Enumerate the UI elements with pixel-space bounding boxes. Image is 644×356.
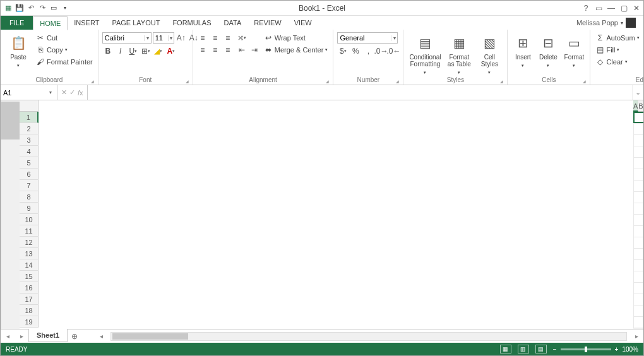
page-break-view-icon[interactable]: ▤ [535, 345, 547, 353]
zoom-out-icon[interactable]: − [553, 346, 557, 353]
row-header[interactable]: 15 [20, 271, 39, 282]
delete-cells-button[interactable]: ⊟Delete▾ [537, 32, 559, 69]
vertical-scrollbar[interactable] [1, 100, 20, 329]
font-color-button[interactable]: A▾ [165, 45, 177, 57]
new-sheet-button[interactable]: ⊕ [68, 329, 81, 343]
cells-area[interactable] [633, 112, 643, 329]
align-bottom-icon[interactable]: ≡ [222, 32, 234, 44]
number-format-input[interactable] [338, 33, 390, 43]
signed-in-user[interactable]: Melissa Popp ▾ [576, 18, 636, 28]
row-header[interactable]: 17 [20, 294, 39, 305]
cut-button[interactable]: ✂Cut [35, 32, 94, 44]
wrap-text-button[interactable]: ↩Wrap Text [263, 32, 330, 44]
increase-indent-icon[interactable]: ⇥ [249, 44, 260, 56]
tab-insert[interactable]: INSERT [68, 16, 105, 30]
orientation-icon[interactable]: ⤭▾ [236, 32, 247, 44]
tab-view[interactable]: VIEW [288, 16, 318, 30]
column-header[interactable]: A [633, 100, 638, 112]
align-middle-icon[interactable]: ≡ [210, 32, 221, 44]
save-icon[interactable]: 💾 [15, 3, 25, 13]
percent-format-icon[interactable]: % [350, 45, 361, 57]
sheet-tab[interactable]: Sheet1 [28, 329, 68, 342]
active-cell[interactable] [633, 112, 643, 123]
hscroll-right[interactable]: ▸ [629, 329, 643, 343]
redo-icon[interactable]: ↷ [37, 3, 47, 13]
increase-decimal-icon[interactable]: .0→ [375, 45, 386, 57]
font-size-combo[interactable]: ▾ [153, 32, 174, 44]
cell-styles-button[interactable]: ▧Cell Styles▾ [475, 32, 503, 76]
zoom-slider[interactable] [561, 348, 611, 350]
tab-formulas[interactable]: FORMULAS [166, 16, 217, 30]
copy-button[interactable]: ⎘Copy ▾ [35, 44, 94, 56]
font-name-combo[interactable]: ▾ [102, 32, 152, 44]
file-tab[interactable]: FILE [1, 16, 33, 30]
font-size-input[interactable] [153, 33, 169, 43]
increase-font-icon[interactable]: A↑ [176, 32, 187, 44]
tab-home[interactable]: HOME [33, 16, 68, 30]
fill-button[interactable]: ▤Fill ▾ [594, 44, 640, 56]
insert-cells-button[interactable]: ⊞Insert▾ [511, 32, 534, 69]
row-header[interactable]: 14 [20, 259, 39, 271]
merge-center-button[interactable]: ⬌Merge & Center ▾ [263, 44, 330, 56]
horizontal-scrollbar[interactable] [108, 329, 629, 343]
row-header[interactable]: 4 [20, 146, 39, 157]
format-cells-button[interactable]: ▭Format▾ [562, 32, 586, 69]
undo-icon[interactable]: ↶ [26, 3, 36, 13]
row-header[interactable]: 8 [20, 191, 39, 203]
row-header[interactable]: 1 [20, 112, 39, 123]
autosum-button[interactable]: ΣAutoSum ▾ [594, 32, 640, 44]
tab-data[interactable]: DATA [218, 16, 248, 30]
format-painter-button[interactable]: 🖌Format Painter [35, 56, 94, 68]
row-header[interactable]: 18 [20, 305, 39, 316]
underline-button[interactable]: U▾ [128, 45, 139, 57]
close-icon[interactable]: ✕ [632, 4, 641, 13]
qat-dropdown-icon[interactable]: ▾ [60, 3, 70, 13]
font-name-input[interactable] [103, 33, 145, 43]
clear-button[interactable]: ◇Clear ▾ [594, 56, 640, 68]
chevron-down-icon[interactable]: ▾ [46, 90, 55, 95]
row-header[interactable]: 10 [20, 214, 39, 225]
align-center-icon[interactable]: ≡ [210, 44, 221, 56]
minimize-icon[interactable]: — [607, 4, 616, 13]
fill-color-button[interactable]: ◢▾ [153, 45, 164, 57]
chevron-down-icon[interactable]: ▾ [168, 35, 173, 41]
help-icon[interactable]: ? [581, 4, 590, 13]
name-box-input[interactable] [1, 89, 46, 97]
row-header[interactable]: 13 [20, 248, 39, 259]
align-top-icon[interactable]: ≡ [197, 32, 208, 44]
row-header[interactable]: 12 [20, 237, 39, 248]
ribbon-options-icon[interactable]: ▭ [594, 4, 603, 13]
select-all-corner[interactable] [20, 100, 39, 112]
row-header[interactable]: 9 [20, 203, 39, 214]
new-icon[interactable]: ▭ [49, 3, 59, 13]
number-format-combo[interactable]: ▾ [337, 32, 398, 44]
row-header[interactable]: 11 [20, 225, 39, 237]
hscroll-left[interactable]: ◂ [94, 329, 108, 343]
column-header[interactable]: B [638, 100, 643, 112]
zoom-in-icon[interactable]: + [615, 346, 619, 353]
sheet-nav-next[interactable]: ▸ [15, 329, 28, 343]
chevron-down-icon[interactable]: ▾ [144, 35, 150, 41]
expand-formula-bar-icon[interactable]: ⌄ [632, 85, 643, 100]
decrease-indent-icon[interactable]: ⇤ [236, 44, 247, 56]
row-header[interactable]: 3 [20, 134, 39, 146]
row-header[interactable]: 19 [20, 316, 39, 328]
align-right-icon[interactable]: ≡ [222, 44, 234, 56]
row-header[interactable]: 2 [20, 123, 39, 134]
italic-button[interactable]: I [115, 45, 126, 57]
zoom-level[interactable]: 100% [622, 346, 638, 353]
enter-formula-icon[interactable]: ✓ [69, 88, 75, 97]
bold-button[interactable]: B [102, 45, 114, 57]
row-header[interactable]: 7 [20, 180, 39, 191]
tab-review[interactable]: REVIEW [247, 16, 287, 30]
paste-button[interactable]: 📋 Paste ▾ [4, 32, 32, 69]
row-header[interactable]: 16 [20, 282, 39, 294]
accounting-format-icon[interactable]: $▾ [337, 45, 349, 57]
align-left-icon[interactable]: ≡ [197, 44, 208, 56]
fx-icon[interactable]: fx [78, 89, 83, 97]
tab-page-layout[interactable]: PAGE LAYOUT [105, 16, 166, 30]
format-as-table-button[interactable]: ▦Format as Table▾ [445, 32, 473, 76]
chevron-down-icon[interactable]: ▾ [391, 35, 398, 41]
conditional-formatting-button[interactable]: ▤Conditional Formatting▾ [407, 32, 443, 76]
comma-format-icon[interactable]: , [362, 45, 374, 57]
